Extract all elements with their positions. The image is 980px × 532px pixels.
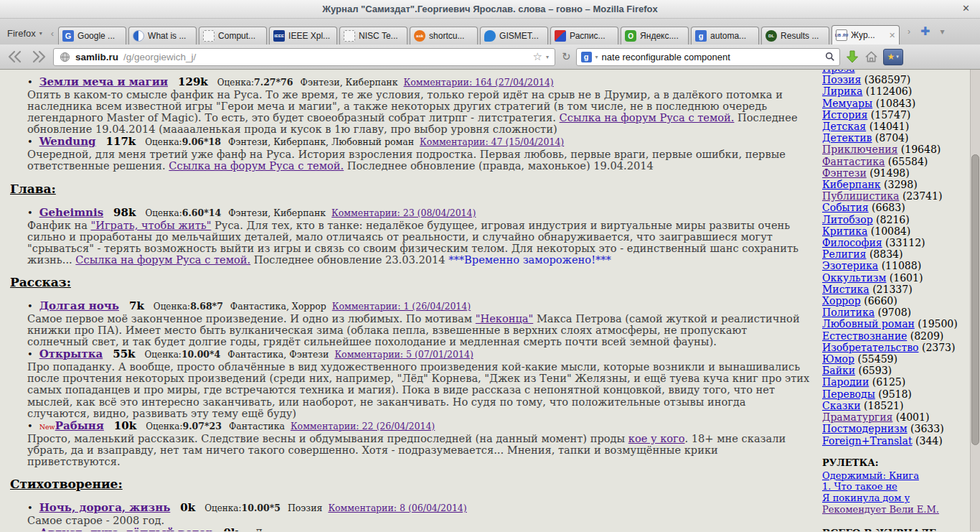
inline-link[interactable]: кое у кого bbox=[628, 432, 685, 444]
genre-link[interactable]: Foreign+Translat bbox=[822, 435, 913, 447]
tab-scroll-left-button[interactable]: ‹ bbox=[51, 28, 54, 39]
comments-link[interactable]: Комментарии: 164 (27/04/2014) bbox=[403, 77, 553, 88]
work-title-link[interactable]: Geheimnis bbox=[39, 206, 103, 219]
genre-link[interactable]: Постмодернизм bbox=[822, 423, 908, 434]
tab-4[interactable]: IEEEIEEE Xpl... bbox=[269, 27, 337, 45]
genre-link[interactable]: Религия bbox=[822, 248, 866, 260]
tab-scroll-right-button[interactable]: › bbox=[908, 27, 910, 37]
genre-link[interactable]: Мистика bbox=[822, 284, 870, 295]
genre-link[interactable]: Естествознание bbox=[822, 330, 907, 342]
genre-link[interactable]: Сказки bbox=[822, 400, 861, 411]
genre-link[interactable]: Любовный роман bbox=[822, 318, 915, 330]
roulette-link[interactable]: Рекомендует Вели Е.М. bbox=[822, 504, 966, 515]
genre-link[interactable]: Лирика bbox=[822, 85, 862, 97]
new-tab-button[interactable]: ✚ bbox=[920, 24, 930, 38]
comments-link[interactable]: Комментарии: 8 (06/04/2014) bbox=[328, 503, 466, 513]
search-engine-dropdown-icon[interactable]: ▾ bbox=[595, 54, 598, 60]
reload-button[interactable]: ↻ bbox=[562, 50, 571, 63]
list-all-tabs-button[interactable]: ▾ bbox=[941, 27, 945, 37]
genre-link[interactable]: Детская bbox=[822, 121, 866, 132]
inline-link[interactable]: "Неконца" bbox=[476, 312, 534, 325]
tab-close-icon[interactable]: ✕ bbox=[889, 31, 895, 40]
genre-link[interactable]: Детектив bbox=[822, 132, 872, 144]
genre-link[interactable]: Литобзор bbox=[822, 214, 873, 225]
work-size: 55k bbox=[113, 347, 135, 360]
tab-7[interactable]: GISMET... bbox=[480, 27, 548, 45]
comments-link[interactable]: Комментарии: 5 (07/01/2014) bbox=[334, 349, 473, 360]
roulette-link[interactable]: Я покинула дом у bbox=[822, 493, 966, 504]
work-description: Просто, маленький рассказик. Следствие в… bbox=[27, 433, 811, 467]
genre-link[interactable]: Политика bbox=[822, 307, 875, 318]
genre-link[interactable]: Приключения bbox=[822, 144, 897, 155]
search-engine-google-icon[interactable]: g bbox=[581, 52, 592, 62]
scrollbar-thumb[interactable] bbox=[971, 154, 979, 445]
comments-link[interactable]: Комментарии: 22 (26/04/2014) bbox=[291, 421, 435, 431]
window-close-button[interactable]: ✕ bbox=[962, 3, 970, 14]
genre-link[interactable]: Фантастика bbox=[822, 156, 885, 167]
work-title-link[interactable]: Ночь, дорога, жизнь bbox=[39, 501, 171, 514]
score-label: Оценка: bbox=[145, 350, 182, 360]
genre-link[interactable]: Байки bbox=[822, 365, 855, 376]
tab-11[interactable]: DLResults ... bbox=[761, 27, 829, 45]
genre-link[interactable]: Переводы bbox=[822, 388, 875, 400]
tab-2[interactable]: What is ... bbox=[128, 27, 197, 45]
work-title-link[interactable]: Открытка bbox=[39, 347, 103, 360]
search-input[interactable] bbox=[602, 52, 821, 62]
tab-5[interactable]: NISC Te... bbox=[339, 27, 407, 45]
genre-link[interactable]: Юмор bbox=[822, 353, 854, 365]
genre-link[interactable]: Драматургия bbox=[822, 411, 892, 423]
search-box[interactable]: g ▾ bbox=[576, 48, 840, 66]
genre-link[interactable]: Критика bbox=[822, 225, 867, 237]
work-score: Оценка:8.68*7 bbox=[154, 301, 223, 312]
inline-link[interactable]: "Играть, чтобы жить" bbox=[91, 219, 212, 231]
genre-link[interactable]: Мемуары bbox=[822, 98, 872, 109]
genre-link[interactable]: История bbox=[822, 109, 867, 121]
work-title-link[interactable]: Земли меча и магии bbox=[39, 75, 168, 88]
tab-9[interactable]: ОЯндекс.... bbox=[621, 27, 689, 45]
page-scrollbar[interactable] bbox=[970, 70, 980, 531]
genre-count: (33112) bbox=[882, 237, 925, 248]
genre-link[interactable]: Киберпанк bbox=[822, 179, 881, 190]
roulette-link[interactable]: Одержимый: Книга bbox=[822, 470, 966, 482]
genre-link[interactable]: Поэзия bbox=[822, 74, 861, 85]
bookmark-star-icon[interactable]: ☆ bbox=[533, 50, 542, 63]
genre-link[interactable]: События bbox=[822, 202, 869, 213]
genre-link[interactable]: Пародии bbox=[822, 376, 869, 388]
genre-link[interactable]: Эзотерика bbox=[822, 260, 878, 271]
inline-link[interactable]: Ссылка на форум Руса с темой. bbox=[560, 111, 735, 123]
genre-count: (55459) bbox=[854, 353, 897, 365]
work-title-link[interactable]: Wendung bbox=[39, 135, 96, 148]
work-title-link[interactable]: Август, луна, тёплый ветер bbox=[39, 526, 214, 531]
tab-10[interactable]: gautoma... bbox=[691, 27, 759, 45]
work-title-link[interactable]: Долгая ночь bbox=[39, 299, 119, 312]
back-button[interactable] bbox=[6, 48, 24, 65]
comments-link[interactable]: Комментарии: 23 (08/04/2014) bbox=[331, 207, 476, 218]
genre-link[interactable]: Изобретательство bbox=[822, 342, 918, 353]
inline-link[interactable]: Ссылка на форум Руса с темой. bbox=[75, 253, 250, 266]
tab-3[interactable]: Comput... bbox=[199, 27, 267, 45]
genre-link[interactable]: Оккультизм bbox=[822, 272, 886, 284]
download-indicator-button[interactable] bbox=[845, 50, 859, 64]
genre-link[interactable]: Публицистика bbox=[822, 190, 899, 202]
tab-12[interactable]: LIB .RUЖур...✕ bbox=[831, 25, 900, 45]
firefox-menu-button[interactable]: Firefox ▾ bbox=[7, 28, 42, 39]
search-icon[interactable] bbox=[825, 52, 835, 62]
url-dropdown-icon[interactable]: ▾ bbox=[546, 54, 549, 60]
tab-6[interactable]: askshortcu... bbox=[410, 27, 478, 45]
roulette-link[interactable]: 1. Что такое не bbox=[822, 481, 966, 493]
work-title-link[interactable]: Рабыня bbox=[55, 419, 104, 432]
genre-link[interactable]: Хоррор bbox=[822, 295, 861, 307]
comments-link[interactable]: Комментарии: 47 (15/04/2014) bbox=[420, 136, 564, 147]
forward-button[interactable] bbox=[29, 48, 48, 65]
tab-1[interactable]: GGoogle ... bbox=[58, 27, 126, 45]
url-bar[interactable]: samlib.ru/g/georgiewich_j/ ☆ ▾ bbox=[53, 48, 555, 66]
bookmarks-panel-button[interactable]: ★ ▾ bbox=[883, 49, 903, 65]
inline-link[interactable]: Ссылка на форум Руса с темой. bbox=[169, 159, 344, 172]
tab-8[interactable]: Распис... bbox=[550, 27, 618, 45]
genre-link[interactable]: Фэнтези bbox=[822, 167, 867, 179]
work-item: •Ночь, дорога, жизнь0kОценка:10.00*5Поэз… bbox=[27, 502, 811, 515]
comments-link[interactable]: Комментарии: 1 (26/04/2014) bbox=[332, 301, 471, 312]
genre-link[interactable]: Философия bbox=[822, 237, 882, 248]
genre-link[interactable]: Проза bbox=[822, 70, 855, 74]
home-button[interactable] bbox=[864, 50, 878, 63]
